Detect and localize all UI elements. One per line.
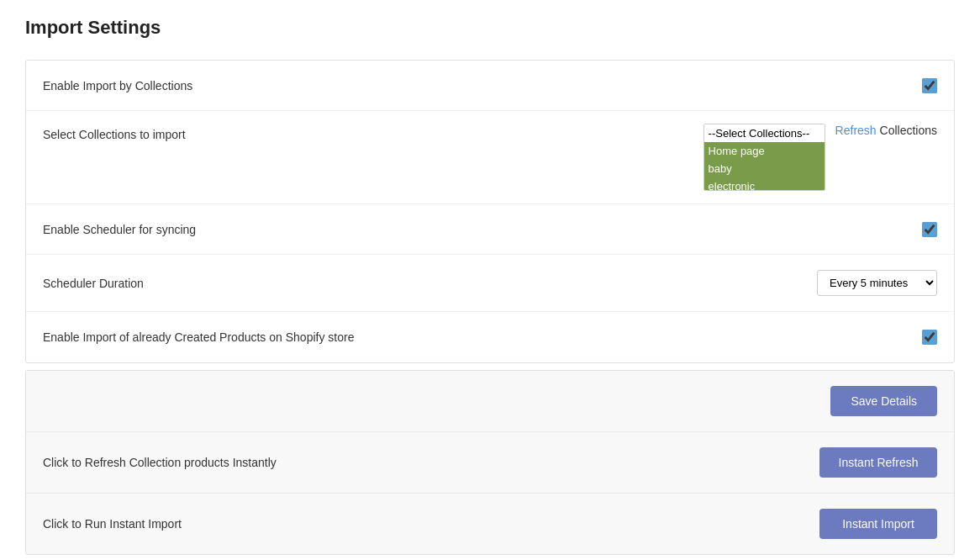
enable-import-created-row: Enable Import of already Created Product… (26, 312, 954, 362)
instant-refresh-row: Click to Refresh Collection products Ins… (26, 432, 954, 494)
page-container: Import Settings Enable Import by Collect… (0, 0, 980, 560)
select-collections-row: Select Collections to import --Select Co… (26, 111, 954, 204)
enable-import-collections-right (922, 78, 937, 93)
settings-section: Enable Import by Collections Select Coll… (25, 60, 955, 363)
collections-text: Collections (880, 124, 937, 137)
enable-scheduler-checkbox[interactable] (922, 222, 937, 237)
instant-import-description: Click to Run Instant Import (43, 517, 182, 531)
scheduler-duration-select[interactable]: Every 1 minutes Every 5 minutes Every 10… (817, 270, 937, 296)
enable-scheduler-right (922, 222, 937, 237)
enable-import-created-label: Enable Import of already Created Product… (43, 330, 354, 344)
instant-import-button[interactable]: Instant Import (819, 509, 937, 539)
enable-import-collections-checkbox[interactable] (922, 78, 937, 93)
collections-select[interactable]: --Select Collections-- Home page baby el… (703, 124, 825, 191)
enable-import-collections-row: Enable Import by Collections (26, 61, 954, 111)
scheduler-duration-row: Scheduler Duration Every 1 minutes Every… (26, 255, 954, 312)
scheduler-duration-right: Every 1 minutes Every 5 minutes Every 10… (817, 270, 937, 296)
enable-import-collections-label: Enable Import by Collections (43, 79, 192, 92)
instant-import-row: Click to Run Instant Import Instant Impo… (26, 494, 954, 554)
instant-refresh-description: Click to Refresh Collection products Ins… (43, 456, 277, 469)
collections-option-electronic[interactable]: electronic (704, 177, 825, 191)
refresh-collections-wrapper: Refresh Collections (835, 124, 937, 137)
enable-import-created-checkbox[interactable] (922, 330, 937, 345)
page-title: Import Settings (25, 17, 955, 39)
actions-section: Save Details Click to Refresh Collection… (25, 370, 955, 555)
collections-option-placeholder[interactable]: --Select Collections-- (704, 124, 825, 142)
select-collections-label: Select Collections to import (43, 124, 186, 141)
collections-option-homepage[interactable]: Home page (704, 142, 825, 160)
enable-scheduler-label: Enable Scheduler for syncing (43, 223, 196, 236)
scheduler-duration-label: Scheduler Duration (43, 277, 144, 290)
save-details-button[interactable]: Save Details (830, 386, 937, 416)
enable-scheduler-row: Enable Scheduler for syncing (26, 204, 954, 255)
instant-refresh-button[interactable]: Instant Refresh (819, 447, 937, 478)
enable-import-created-right (922, 330, 937, 345)
save-row: Save Details (26, 371, 954, 432)
collections-option-baby[interactable]: baby (704, 160, 825, 177)
refresh-collections-link[interactable]: Refresh (835, 124, 877, 137)
collections-select-wrapper: --Select Collections-- Home page baby el… (703, 124, 937, 191)
